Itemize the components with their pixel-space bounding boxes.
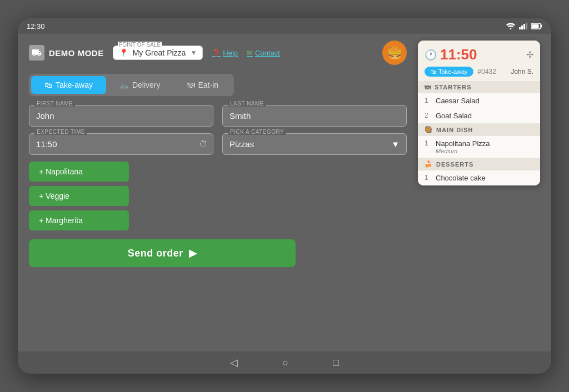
svg-rect-3 (523, 24, 525, 29)
email-icon: ✉ (247, 49, 253, 57)
item-sub-napolitana: Medium (436, 148, 490, 154)
header-row: DEMO MODE POINT OF SALE 📍 My Great Pizza… (29, 41, 407, 65)
expected-time-label: EXPECTED TIME (34, 129, 87, 135)
quick-buttons: + Napolitana + Veggie + Margherita (29, 162, 407, 230)
section-main-header: 🥘 MAIN DISH (418, 123, 540, 136)
item-name-cake: Chocolate cake (436, 174, 486, 182)
item-name-napolitana: Napolitana Pizza (436, 139, 490, 148)
order-panel: 🕐 11:50 ✢ 🛍 Take-away #0432 John S. 🍽 ST… (418, 41, 540, 185)
category-value: Pizzas (229, 139, 254, 149)
last-name-field: LAST NAME (222, 105, 407, 127)
napolitana-button[interactable]: + Napolitana (29, 162, 129, 182)
order-badge-label: Take-away (438, 68, 468, 75)
expected-time-input[interactable] (29, 133, 213, 155)
item-napolitana: 1 Napolitana Pizza Medium (418, 136, 540, 158)
demo-mode-text: DEMO MODE (49, 48, 104, 58)
expand-icon[interactable]: ✢ (526, 49, 533, 60)
contact-label: Contact (255, 49, 280, 57)
demo-icon (29, 45, 44, 61)
signal-icon (519, 23, 528, 29)
takeaway-icon: 🛍 (44, 81, 52, 89)
desserts-label: DESSERTS (436, 161, 473, 168)
item-caesar-salad: 1 Caesar Salad (418, 93, 540, 108)
tab-eatin[interactable]: 🍽 Eat-in (174, 76, 232, 94)
margherita-button[interactable]: + Margherita (29, 210, 129, 230)
item-qty-1: 1 (425, 97, 431, 104)
veggie-button[interactable]: + Veggie (29, 186, 129, 206)
demo-mode-label: DEMO MODE (29, 45, 104, 61)
starters-icon: 🍽 (425, 84, 431, 91)
send-arrow-icon: ▶ (189, 247, 197, 259)
category-field: PICK A CATEGORY Pizzas ▼ (222, 133, 407, 155)
eatin-icon: 🍽 (187, 81, 195, 89)
first-name-input[interactable] (29, 105, 213, 127)
status-bar: 12:30 (18, 18, 551, 34)
item-qty-2: 2 (425, 112, 431, 119)
tab-delivery-label: Delivery (132, 81, 161, 89)
contact-link[interactable]: ✉ Contact (247, 49, 280, 57)
last-name-input[interactable] (222, 105, 407, 127)
main-dish-icon: 🥘 (425, 126, 433, 133)
margherita-label: + Margherita (39, 216, 83, 225)
chevron-down-icon: ▼ (190, 49, 197, 57)
order-time: 🕐 11:50 (425, 46, 477, 63)
starters-label: STARTERS (435, 84, 471, 91)
order-header: 🕐 11:50 ✢ (418, 41, 540, 67)
pos-label: POINT OF SALE (118, 42, 162, 48)
item-qty-3: 1 (425, 139, 431, 147)
tabs-row: 🛍 Take-away 🚲 Delivery 🍽 Eat-in (29, 74, 234, 96)
form-row-2: EXPECTED TIME ⏱ PICK A CATEGORY Pizzas ▼ (29, 133, 407, 155)
back-nav-icon[interactable]: ◁ (230, 356, 238, 369)
battery-icon (531, 23, 542, 29)
last-name-label: LAST NAME (228, 100, 266, 107)
wifi-icon (506, 23, 516, 29)
truck-icon (32, 48, 42, 58)
help-label: Help (223, 49, 238, 57)
item-name-goat: Goat Salad (436, 112, 472, 120)
section-starters-header: 🍽 STARTERS (418, 81, 540, 93)
category-select[interactable]: Pizzas ▼ (222, 133, 407, 155)
category-label: PICK A CATEGORY (228, 129, 286, 135)
clock-icon: ⏱ (199, 139, 208, 149)
item-qty-4: 1 (425, 174, 431, 182)
pos-value: My Great Pizza (133, 48, 186, 57)
first-name-label: FIRST NAME (34, 100, 75, 107)
desserts-icon: 🍰 (425, 160, 433, 168)
help-link[interactable]: ❓ Help (212, 49, 238, 57)
recent-nav-icon[interactable]: □ (333, 357, 339, 369)
category-arrow-icon: ▼ (391, 139, 400, 149)
tab-takeaway[interactable]: 🛍 Take-away (31, 76, 106, 94)
svg-rect-1 (519, 27, 521, 29)
expected-time-field: EXPECTED TIME ⏱ (29, 133, 213, 155)
avatar-icon: 🍔 (387, 46, 402, 60)
order-badge-icon: 🛍 (430, 68, 436, 75)
main-content: DEMO MODE POINT OF SALE 📍 My Great Pizza… (18, 34, 551, 351)
status-icons (506, 23, 542, 29)
status-time: 12:30 (27, 22, 45, 31)
avatar[interactable]: 🍔 (382, 41, 407, 65)
order-customer-name: John S. (511, 68, 533, 76)
tab-takeaway-label: Take-away (56, 81, 93, 89)
order-type-badge: 🛍 Take-away (425, 67, 473, 77)
pos-dropdown[interactable]: POINT OF SALE 📍 My Great Pizza ▼ (113, 46, 203, 60)
svg-rect-7 (532, 24, 539, 28)
send-order-label: Send order (128, 248, 183, 259)
order-time-value: 11:50 (440, 46, 477, 63)
left-panel: DEMO MODE POINT OF SALE 📍 My Great Pizza… (29, 41, 407, 345)
order-sub-row: 🛍 Take-away #0432 John S. (418, 67, 540, 81)
first-name-field: FIRST NAME (29, 105, 213, 127)
tab-delivery[interactable]: 🚲 Delivery (106, 76, 174, 94)
send-order-button[interactable]: Send order ▶ (29, 239, 296, 267)
napolitana-label: + Napolitana (39, 167, 83, 176)
svg-rect-4 (526, 23, 527, 29)
home-nav-icon[interactable]: ○ (282, 357, 288, 369)
svg-rect-2 (521, 26, 523, 29)
veggie-label: + Veggie (39, 192, 69, 200)
location-pin-icon: 📍 (119, 48, 128, 57)
item-chocolate-cake: 1 Chocolate cake (418, 170, 540, 185)
tablet-frame: 12:30 (18, 18, 551, 374)
tab-eatin-label: Eat-in (198, 81, 219, 89)
help-icon: ❓ (212, 49, 221, 57)
form-row-1: FIRST NAME LAST NAME (29, 105, 407, 127)
item-goat-salad: 2 Goat Salad (418, 108, 540, 123)
